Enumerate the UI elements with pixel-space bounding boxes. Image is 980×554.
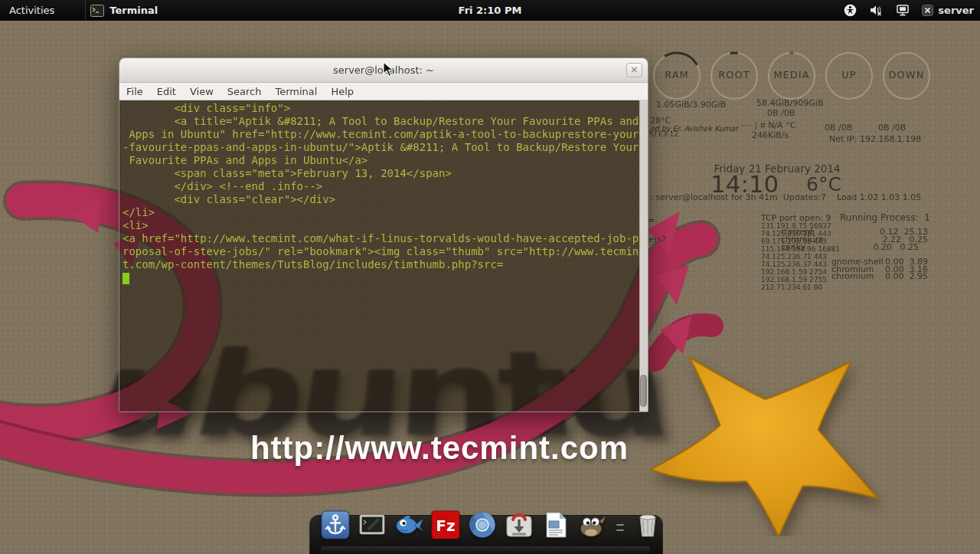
terminal-line: <div class="info"> bbox=[122, 102, 637, 115]
gimp-icon bbox=[578, 510, 607, 539]
libreoffice-writer-icon bbox=[541, 510, 570, 539]
accessibility-icon[interactable] bbox=[844, 4, 857, 17]
tcp-connection: 192.168.1.59 2755 bbox=[761, 276, 827, 284]
mouse-pointer bbox=[383, 61, 394, 77]
desktop-text-fragment: = bbox=[648, 215, 655, 225]
trash-icon bbox=[633, 510, 662, 539]
close-button[interactable]: × bbox=[626, 63, 642, 77]
down-value: 0B /0B bbox=[878, 123, 906, 133]
menu-search[interactable]: Search bbox=[220, 86, 269, 97]
svg-text:Fz: Fz bbox=[436, 516, 455, 535]
dock-separator-handle[interactable] bbox=[615, 510, 626, 539]
menu-terminal[interactable]: Terminal bbox=[268, 86, 324, 97]
terminal-line: roposal-of-steve-jobs/" rel="bookmark"><… bbox=[122, 245, 637, 258]
terminal-line: -favourite-ppas-and-apps-in-ubuntu/">Apt… bbox=[122, 141, 637, 154]
gauge-media: MEDIA bbox=[766, 51, 817, 101]
top-bar: Activities Terminal Fri 2:10 PM bbox=[0, 0, 980, 21]
clock[interactable]: Fri 2:10 PM bbox=[459, 5, 522, 16]
transmission-icon bbox=[505, 510, 534, 539]
conky-gauges: RAM ROOT MEDIA UP DOWN bbox=[652, 51, 932, 101]
gauge-ram: RAM bbox=[652, 51, 702, 101]
activities-button[interactable]: Activities bbox=[9, 5, 54, 16]
gauge-media-label: MEDIA bbox=[766, 69, 817, 80]
up-value: 0B /0B bbox=[825, 123, 852, 133]
tcp-connection: 74.125.236.37 443 bbox=[761, 261, 827, 268]
bluefish-icon bbox=[394, 510, 423, 539]
username-label: server bbox=[938, 5, 974, 16]
terminal-cursor bbox=[122, 273, 129, 284]
process-values: 0.20 0.25 bbox=[856, 242, 919, 252]
terminal-app-icon bbox=[90, 5, 104, 17]
terminal-line: </li> bbox=[122, 206, 637, 219]
dock-panel: Fz bbox=[309, 515, 663, 554]
gauge-down-label: DOWN bbox=[881, 69, 932, 80]
menu-view[interactable]: View bbox=[183, 86, 220, 97]
terminal-menubar: File Edit View Search Terminal Help bbox=[119, 83, 648, 100]
terminal-line: <a href="http://www.tecmint.com/what-if-… bbox=[122, 232, 637, 245]
chromium-icon bbox=[468, 510, 497, 539]
app-indicator[interactable]: Terminal bbox=[90, 5, 158, 17]
filezilla-icon: Fz bbox=[431, 510, 460, 539]
menu-file[interactable]: File bbox=[119, 86, 150, 97]
scrollbar[interactable] bbox=[639, 100, 648, 411]
terminal-output: <div class="info"> <a title="Aptik &#821… bbox=[119, 100, 648, 284]
terminal-line: Favourite PPAs and Apps in Ubuntu</a> bbox=[122, 154, 637, 167]
dock-item-chromium[interactable] bbox=[468, 510, 497, 539]
dock-item-filezilla[interactable]: Fz bbox=[431, 510, 460, 539]
media-usage-value: 0B /0B bbox=[767, 108, 795, 118]
gauge-root-label: ROOT bbox=[709, 69, 760, 80]
dock-item-gimp[interactable] bbox=[578, 510, 607, 539]
tcp-connection: 192.168.1.59 2754 bbox=[761, 268, 827, 276]
dock-item-terminal[interactable] bbox=[358, 510, 387, 539]
gauge-ram-label: RAM bbox=[652, 69, 702, 80]
terminal-icon bbox=[358, 510, 387, 539]
menu-help[interactable]: Help bbox=[324, 86, 361, 97]
ram-usage-value: 1.05GiB/3.90GiB bbox=[656, 100, 726, 110]
terminal-cursor-line bbox=[122, 271, 637, 284]
app-indicator-label: Terminal bbox=[109, 5, 158, 16]
dock-item-trash[interactable] bbox=[633, 510, 662, 539]
gauge-root: ROOT bbox=[709, 51, 760, 101]
process-name: conky bbox=[781, 242, 805, 252]
dock-item-bluefish[interactable] bbox=[394, 510, 423, 539]
gauge-up: UP bbox=[824, 51, 874, 101]
process-title: Running Process: 1 bbox=[840, 212, 930, 223]
gauge-down: DOWN bbox=[881, 51, 932, 101]
terminal-line: </div> <!--end .info--> bbox=[122, 180, 637, 193]
tcp-connection: 74.125.236.71 443 bbox=[761, 253, 827, 261]
dock-reflection bbox=[321, 546, 650, 554]
dock-item-writer[interactable] bbox=[541, 510, 570, 539]
sensor-value: ···· ¦ ¤ N/A °C bbox=[741, 120, 795, 130]
terminal-line: <span class="meta">February 13, 2014</sp… bbox=[122, 167, 637, 180]
scrollbar-thumb[interactable] bbox=[640, 375, 647, 407]
conky-status-line: : server@localhost for 3h 41m Updates:7 … bbox=[650, 192, 921, 202]
desktop: ubuntu http://www. bbox=[0, 0, 980, 554]
user-status-icon bbox=[922, 5, 933, 16]
net-speed: 246KiB/s bbox=[752, 130, 789, 140]
terminal-line: <div class="clear"></div> bbox=[122, 193, 637, 206]
docky-anchor-icon bbox=[321, 510, 350, 539]
terminal-window: server@localhost: ~ × File Edit View Sea… bbox=[119, 57, 648, 412]
net-ip: Net IP: 192.168.1.198 bbox=[829, 134, 921, 144]
dock-item-transmission[interactable] bbox=[505, 510, 534, 539]
display-network-icon[interactable] bbox=[896, 4, 910, 17]
user-menu[interactable]: server bbox=[922, 5, 974, 16]
terminal-line: <li> bbox=[122, 219, 637, 232]
desktop-text-fragment: ters? bbox=[645, 234, 666, 244]
tcp-connection: 212.71.234.61 80 bbox=[761, 284, 822, 291]
terminal-line: t.com/wp-content/themes/TutsBlog/include… bbox=[122, 258, 637, 271]
volume-muted-icon[interactable] bbox=[869, 4, 884, 17]
root-usage-value: 58.4GiB/909GiB bbox=[756, 98, 823, 108]
process-values: 0.00 2.95 bbox=[865, 271, 928, 281]
menu-edit[interactable]: Edit bbox=[150, 86, 183, 97]
system-status-area: server bbox=[844, 0, 974, 21]
topbar-separator bbox=[85, 0, 86, 21]
terminal-content[interactable]: <div class="info"> <a title="Aptik &#821… bbox=[119, 100, 648, 411]
dock-item-docky[interactable] bbox=[321, 510, 350, 539]
terminal-line: Apps in Ubuntu" href="http://www.tecmint… bbox=[122, 128, 637, 141]
gauge-up-label: UP bbox=[824, 69, 874, 80]
cpu-model-fragment: PU E3-12 bbox=[647, 130, 678, 138]
terminal-line: <a title="Aptik &#8211; A Tool to Backup… bbox=[122, 115, 637, 128]
